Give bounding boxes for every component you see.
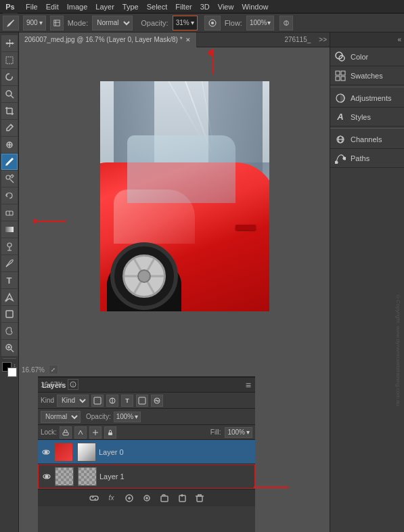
move-tool[interactable] bbox=[1, 35, 18, 51]
crop-tool[interactable] bbox=[1, 103, 18, 119]
opacity-box[interactable]: 31% ▾ bbox=[173, 16, 198, 30]
new-group-button[interactable] bbox=[158, 492, 171, 504]
panel-item-channels[interactable]: Channels bbox=[330, 130, 404, 149]
lock-transparency-btn[interactable] bbox=[60, 426, 72, 439]
layer-row-1[interactable]: Layer 1 bbox=[38, 464, 255, 489]
zoom-tool[interactable] bbox=[1, 340, 18, 356]
svg-rect-7 bbox=[6, 57, 13, 64]
airbrush-button[interactable] bbox=[204, 16, 221, 30]
delete-layer-button[interactable] bbox=[194, 492, 206, 504]
zoom-level: 16.67% bbox=[41, 381, 64, 389]
menu-filter[interactable]: Filter bbox=[175, 3, 192, 11]
tablet-button[interactable] bbox=[279, 16, 293, 30]
layers-menu-button[interactable]: ≡ bbox=[246, 380, 251, 391]
new-layer-button[interactable] bbox=[176, 492, 188, 504]
layer-visibility-toggle-1[interactable] bbox=[41, 471, 52, 482]
color-picker[interactable]: ↕ bbox=[2, 362, 17, 377]
lasso-tool[interactable] bbox=[1, 69, 18, 85]
eraser-tool[interactable] bbox=[1, 204, 18, 221]
brush-size-input[interactable]: 900 ▾ bbox=[23, 16, 46, 30]
opacity-label: Opacity: bbox=[141, 19, 168, 27]
layers-blend-row: Normal Opacity: 100% ▾ bbox=[38, 409, 255, 425]
svg-rect-27 bbox=[6, 311, 13, 317]
kind-select[interactable]: Kind bbox=[57, 395, 89, 407]
menu-type[interactable]: Type bbox=[122, 3, 139, 11]
document-tab[interactable]: 206007_med.jpg @ 16.7% (Layer 0, Layer M… bbox=[19, 32, 197, 47]
paths-icon bbox=[334, 152, 346, 164]
smart-filter-btn[interactable] bbox=[151, 395, 163, 407]
brush-settings-button[interactable] bbox=[50, 16, 64, 30]
tab-close-button[interactable]: ✕ bbox=[185, 37, 191, 43]
lock-image-btn[interactable] bbox=[74, 426, 87, 439]
fill-value-input[interactable]: 100% ▾ bbox=[225, 427, 252, 438]
shape-tool[interactable] bbox=[1, 306, 18, 322]
styles-panel-label: Styles bbox=[351, 113, 371, 121]
quick-select-tool[interactable] bbox=[1, 86, 18, 102]
clone-stamp-tool[interactable] bbox=[1, 171, 18, 187]
opacity-value-input[interactable]: 100% ▾ bbox=[114, 412, 141, 422]
layer-row-0[interactable]: Layer 0 bbox=[38, 440, 255, 464]
shape-filter-btn[interactable] bbox=[136, 395, 148, 407]
panel-item-color[interactable]: Color bbox=[330, 47, 404, 66]
mode-select[interactable]: Normal Multiply Screen bbox=[92, 16, 133, 30]
chevron-down-icon: ▾ bbox=[267, 19, 271, 26]
gradient-tool[interactable] bbox=[1, 221, 18, 238]
panel-collapse-button[interactable]: « bbox=[397, 36, 401, 43]
brush-tool-button[interactable] bbox=[3, 16, 19, 30]
marquee-tool[interactable] bbox=[1, 52, 18, 68]
brush-arrow-indicator bbox=[34, 215, 68, 229]
pixel-filter-btn[interactable] bbox=[91, 395, 104, 407]
fx-button[interactable]: fx bbox=[106, 492, 118, 504]
flow-value: 100% bbox=[250, 19, 267, 26]
type-tool[interactable]: T bbox=[1, 272, 18, 288]
dodge-tool[interactable] bbox=[1, 238, 18, 254]
flow-box[interactable]: 100% ▾ bbox=[246, 16, 274, 30]
menu-image[interactable]: Image bbox=[67, 3, 88, 11]
add-mask-button[interactable] bbox=[123, 492, 135, 504]
zoom-display: 16.67% bbox=[22, 366, 45, 374]
tab-coords: 276115_ bbox=[284, 36, 316, 43]
panel-item-adjustments[interactable]: Adjustments bbox=[330, 89, 404, 108]
toolbar-divider bbox=[3, 358, 16, 359]
svg-rect-44 bbox=[108, 433, 112, 435]
right-panel: « Color Swatches Adjustments A Sty bbox=[330, 32, 404, 532]
panel-item-paths[interactable]: Paths bbox=[330, 149, 404, 168]
tab-chevrons[interactable]: >> bbox=[316, 36, 330, 43]
status-info-button[interactable]: i bbox=[68, 379, 78, 390]
panel-collapse-bar: « bbox=[330, 32, 404, 47]
svg-line-9 bbox=[11, 95, 14, 98]
history-brush-tool[interactable] bbox=[1, 187, 18, 204]
menu-select[interactable]: Select bbox=[147, 3, 168, 11]
lock-all-btn[interactable] bbox=[104, 426, 116, 439]
layer-visibility-toggle-0[interactable] bbox=[41, 447, 51, 458]
menu-3d[interactable]: 3D bbox=[200, 3, 210, 11]
menu-edit[interactable]: Edit bbox=[46, 3, 59, 11]
blend-mode-select[interactable]: Normal bbox=[41, 411, 81, 423]
main-layout: T ↕ 206007_med.jpg @ 16.7% bbox=[0, 32, 404, 532]
layers-bottom-bar: fx bbox=[38, 489, 255, 506]
spot-heal-tool[interactable] bbox=[1, 137, 18, 153]
type-filter-btn[interactable]: T bbox=[121, 395, 133, 407]
hand-tool[interactable] bbox=[1, 323, 18, 339]
adjust-filter-btn[interactable] bbox=[106, 395, 118, 407]
layer-thumbnail-1 bbox=[55, 467, 74, 486]
menu-file[interactable]: File bbox=[26, 3, 38, 11]
layer-name-0: Layer 0 bbox=[99, 448, 252, 456]
panel-item-swatches[interactable]: Swatches bbox=[330, 66, 404, 85]
eyedropper-tool[interactable] bbox=[1, 120, 18, 136]
pen-tool[interactable] bbox=[1, 255, 18, 271]
brush-tool[interactable] bbox=[1, 154, 18, 170]
menu-window[interactable]: Window bbox=[242, 3, 268, 11]
menu-view[interactable]: View bbox=[218, 3, 234, 11]
lock-position-btn[interactable] bbox=[89, 426, 102, 439]
new-fill-layer-button[interactable] bbox=[141, 492, 153, 504]
chevron-down-icon: ▾ bbox=[246, 428, 250, 436]
chevron-down-icon: ▾ bbox=[191, 19, 194, 26]
path-select-tool[interactable] bbox=[1, 289, 18, 305]
link-layers-button[interactable] bbox=[88, 492, 100, 504]
zoom-icon-button[interactable]: ⤢ bbox=[49, 365, 58, 374]
panel-item-styles[interactable]: A Styles bbox=[330, 108, 404, 127]
adjustments-icon bbox=[334, 92, 346, 104]
menu-layer[interactable]: Layer bbox=[95, 3, 114, 11]
copyright-text-container: ©Copyright: www.dynamicwebtraining.com.a… bbox=[395, 175, 401, 525]
